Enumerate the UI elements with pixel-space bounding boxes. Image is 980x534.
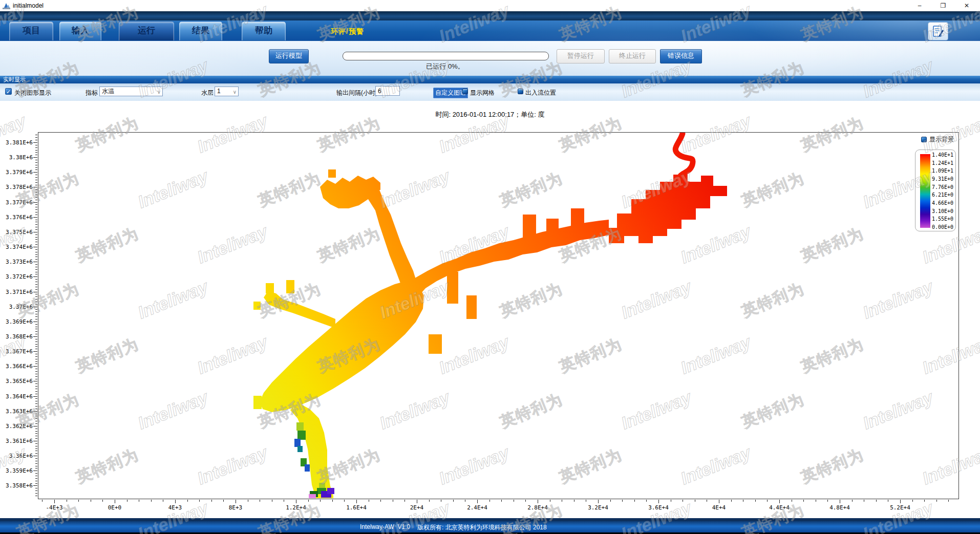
report-icon-button[interactable] [928, 22, 948, 40]
legend-value: 1.40E+1 [932, 152, 955, 158]
y-minor-tick [35, 259, 37, 260]
y-major-tick [33, 292, 37, 292]
x-minor-tick [852, 500, 853, 502]
y-minor-tick [35, 140, 37, 140]
x-minor-tick [127, 500, 127, 502]
x-minor-tick [42, 500, 42, 502]
x-minor-tick [816, 500, 816, 502]
x-major-tick [598, 500, 599, 503]
x-minor-tick [102, 500, 103, 502]
x-tick-label: -4E+3 [38, 504, 71, 511]
minimize-button[interactable]: – [908, 0, 931, 11]
y-minor-tick [35, 391, 37, 392]
y-tick-label: 3.378E+6 [0, 184, 33, 190]
y-minor-tick [35, 215, 37, 215]
y-minor-tick [35, 379, 37, 379]
tab-input[interactable]: 输入 [59, 22, 101, 40]
x-tick-label: 1.2E+4 [280, 504, 312, 511]
legend-value: 3.10E+0 [932, 208, 955, 214]
indicator-select[interactable]: 水温 ∨ [99, 87, 163, 96]
y-minor-tick [35, 329, 37, 329]
y-minor-tick [35, 339, 37, 339]
y-minor-tick [35, 160, 37, 160]
x-minor-tick [332, 500, 333, 502]
time-unit-label: 时间: 2016-01-01 12:00:17；单位: 度 [0, 110, 980, 119]
x-tick-label: 2.4E+4 [461, 504, 494, 511]
inout-flow-icon[interactable] [518, 89, 523, 94]
y-minor-tick [35, 137, 37, 138]
y-minor-tick [35, 369, 37, 369]
x-minor-tick [948, 500, 949, 502]
top-navy-strip [0, 11, 980, 20]
pause-run-button[interactable]: 暂停运行 [557, 49, 605, 63]
y-minor-tick [35, 239, 37, 240]
x-minor-tick [586, 500, 586, 502]
y-tick-label: 3.364E+6 [0, 393, 33, 400]
y-minor-tick [35, 175, 37, 175]
layer-label: 水层 [201, 89, 214, 97]
interval-input[interactable] [375, 86, 400, 96]
close-graph-checkbox[interactable]: ✓ [5, 88, 12, 95]
tab-results[interactable]: 结果 [179, 22, 222, 40]
run-model-button[interactable]: 运行模型 [269, 49, 309, 63]
error-info-button[interactable]: 错误信息 [660, 49, 702, 63]
x-minor-tick [683, 500, 683, 502]
y-minor-tick [35, 356, 37, 357]
y-tick-label: 3.368E+6 [0, 333, 33, 340]
y-minor-tick [35, 180, 37, 180]
stop-run-button[interactable]: 终止运行 [609, 49, 656, 63]
y-minor-tick [35, 361, 37, 362]
y-minor-tick [35, 431, 37, 432]
show-grid-icon[interactable] [462, 89, 468, 94]
y-major-tick [33, 351, 37, 352]
tab-help[interactable]: 帮助 [242, 22, 286, 40]
y-major-tick [33, 441, 37, 441]
y-minor-tick [35, 269, 37, 270]
tab-project[interactable]: 项目 [9, 22, 53, 40]
x-minor-tick [912, 500, 913, 502]
x-minor-tick [308, 500, 309, 502]
y-minor-tick [35, 481, 37, 481]
x-major-tick [719, 500, 719, 503]
y-minor-tick [35, 272, 37, 272]
x-tick-label: 2E+4 [400, 504, 433, 511]
x-major-tick [900, 500, 901, 503]
y-minor-tick [35, 488, 37, 488]
y-minor-tick [35, 252, 37, 252]
y-major-tick [33, 262, 37, 262]
x-tick-label: 1.6E+4 [340, 504, 373, 511]
y-major-tick [33, 187, 37, 187]
tab-eia-warning[interactable]: 环评/预警 [331, 27, 364, 36]
y-major-tick [33, 381, 37, 381]
y-minor-tick [35, 436, 37, 436]
y-major-tick [33, 247, 37, 247]
close-button[interactable]: ✕ [955, 0, 978, 11]
y-minor-tick [35, 331, 37, 332]
y-minor-tick [35, 224, 37, 225]
y-minor-tick [35, 145, 37, 145]
status-bar: Intelway-AW V1.0 版权所有: 北京英特利为环境科技有限公司 20… [0, 521, 980, 532]
y-tick-label: 3.361E+6 [0, 438, 33, 444]
show-grid-label: 显示网格 [470, 89, 495, 97]
y-minor-tick [35, 316, 37, 317]
tab-run[interactable]: 运行 [119, 22, 174, 40]
x-minor-tick [525, 500, 526, 502]
y-minor-tick [35, 204, 37, 205]
x-minor-tick [272, 500, 272, 502]
y-minor-tick [35, 304, 37, 305]
layer-select[interactable]: 1 ∨ [215, 87, 239, 96]
x-major-tick [236, 500, 236, 503]
x-major-tick [658, 500, 659, 503]
y-minor-tick [35, 443, 37, 444]
y-minor-tick [35, 299, 37, 300]
y-minor-tick [35, 309, 37, 310]
y-major-tick [33, 366, 37, 367]
maximize-button[interactable]: ❐ [932, 0, 954, 11]
y-minor-tick [35, 341, 37, 342]
app-window: initialmodel – ❐ ✕ 项目 输入 运行 结果 帮助 环评/预警 … [0, 0, 980, 534]
y-tick-label: 3.377E+6 [0, 199, 33, 206]
y-tick-label: 3.36E+6 [0, 453, 33, 459]
show-background-toggle[interactable]: 显示背景 [921, 135, 954, 144]
y-minor-tick [35, 197, 37, 198]
y-minor-tick [35, 359, 37, 359]
